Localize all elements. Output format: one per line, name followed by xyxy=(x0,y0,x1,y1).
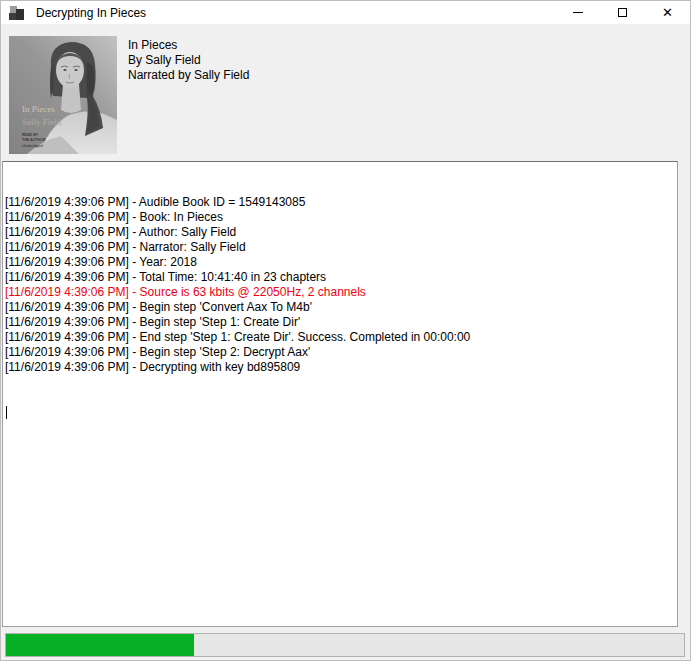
log-line: [11/6/2019 4:39:06 PM] - Begin step 'Ste… xyxy=(5,345,675,360)
book-metadata: In Pieces By Sally Field Narrated by Sal… xyxy=(128,38,249,83)
svg-text:Sally Field: Sally Field xyxy=(22,117,62,127)
progress-fill xyxy=(6,634,194,656)
caret-line xyxy=(5,405,675,420)
minimize-icon xyxy=(573,12,583,13)
app-window: Decrypting In Pieces ✕ xyxy=(0,0,691,661)
log-line: [11/6/2019 4:39:06 PM] - End step 'Step … xyxy=(5,330,675,345)
maximize-button[interactable] xyxy=(600,1,645,24)
log-line: [11/6/2019 4:39:06 PM] - Source is 63 kb… xyxy=(5,285,675,300)
svg-text:THE AUTHOR: THE AUTHOR xyxy=(22,138,46,142)
app-icon xyxy=(9,5,25,21)
log-line: [11/6/2019 4:39:06 PM] - Author: Sally F… xyxy=(5,225,675,240)
svg-text:READ BY: READ BY xyxy=(22,133,39,137)
log-line: [11/6/2019 4:39:06 PM] - Year: 2018 xyxy=(5,255,675,270)
text-caret xyxy=(6,406,7,419)
log-line: [11/6/2019 4:39:06 PM] - Book: In Pieces xyxy=(5,210,675,225)
book-cover-image: In Pieces Sally Field READ BY THE AUTHOR… xyxy=(9,36,117,154)
book-author: By Sally Field xyxy=(128,53,249,68)
log-line: [11/6/2019 4:39:06 PM] - Begin step 'Ste… xyxy=(5,315,675,330)
close-button[interactable]: ✕ xyxy=(645,1,690,24)
log-line: [11/6/2019 4:39:06 PM] - Total Time: 10:… xyxy=(5,270,675,285)
log-line: [11/6/2019 4:39:06 PM] - Begin step 'Con… xyxy=(5,300,675,315)
maximize-icon xyxy=(618,8,627,17)
progress-bar xyxy=(5,633,685,657)
window-title: Decrypting In Pieces xyxy=(36,6,146,20)
title-bar[interactable]: Decrypting In Pieces ✕ xyxy=(1,1,690,24)
log-output[interactable]: [11/6/2019 4:39:06 PM] - Audible Book ID… xyxy=(2,161,678,627)
close-icon: ✕ xyxy=(662,6,673,19)
minimize-button[interactable] xyxy=(555,1,600,24)
log-line: [11/6/2019 4:39:06 PM] - Decrypting with… xyxy=(5,360,675,375)
log-line: [11/6/2019 4:39:06 PM] - Audible Book ID… xyxy=(5,195,675,210)
book-title: In Pieces xyxy=(128,38,249,53)
window-controls: ✕ xyxy=(555,1,690,24)
svg-text:In Pieces: In Pieces xyxy=(22,104,55,114)
svg-text:Unabridged: Unabridged xyxy=(22,143,43,148)
log-line: [11/6/2019 4:39:06 PM] - Narrator: Sally… xyxy=(5,240,675,255)
book-narrator: Narrated by Sally Field xyxy=(128,68,249,83)
